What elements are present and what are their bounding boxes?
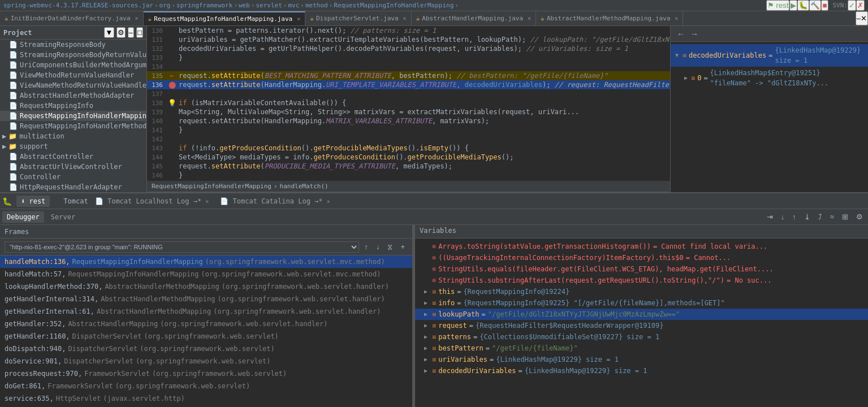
- var-item-urivariables[interactable]: ▶ ≡ uriVariables = {LinkedHashMap@19229}…: [415, 354, 868, 365]
- rest-btn[interactable]: ⚑ rest: [766, 0, 790, 11]
- sidebar-item-view[interactable]: 📄 ViewMethodReturnValueHandler: [0, 70, 146, 80]
- var-icon: ≡: [432, 298, 436, 308]
- thread-up-btn[interactable]: ↑: [361, 241, 371, 252]
- run-to-cursor-btn[interactable]: ⤓: [801, 211, 813, 222]
- frame-item-10[interactable]: doGet:861, FrameworkServlet (org.springf…: [0, 380, 412, 392]
- frame-item-7[interactable]: doDispatch:940, DispatcherServlet (org.s…: [0, 343, 412, 355]
- var-item-lookuppath[interactable]: ▶ ≡ lookupPath = "/getFile/dGltZ18xNTYyJ…: [415, 309, 868, 320]
- sidebar-item-label: ViewMethodReturnValueHandler: [20, 71, 134, 79]
- var-item-patterns[interactable]: ▶ ≡ patterns = {Collections$Unmodifiable…: [415, 331, 868, 343]
- tab-close-icon[interactable]: ×: [675, 15, 678, 21]
- sidebar-expand-btn[interactable]: ▼: [104, 27, 114, 38]
- sidebar-group-support[interactable]: ▶ 📁 support: [0, 141, 146, 151]
- stop-btn[interactable]: ■: [821, 0, 828, 11]
- frame-item-11[interactable]: service:635, HttpServlet (javax.servlet.…: [0, 392, 412, 405]
- sidebar-item-viewname[interactable]: 📄 ViewNameMethodReturnValueHandler: [0, 80, 146, 90]
- group-label: multiaction: [19, 132, 64, 140]
- sidebar-item-requestinfo[interactable]: 📄 RequestMappingInfo: [0, 101, 146, 111]
- var-item-error4[interactable]: ⊗ StringUtils.substringAfterLast(request…: [415, 275, 868, 286]
- thread-down-btn[interactable]: ↓: [373, 241, 383, 252]
- svn-x-btn[interactable]: ✗: [856, 0, 865, 11]
- settings-debug-btn[interactable]: ⚙: [853, 211, 866, 222]
- build-btn[interactable]: 🔨: [809, 0, 821, 11]
- tree-item-entry[interactable]: ▶ ≡ 0 = {LinkedHashMap$Entry@19251} "fil…: [671, 67, 868, 89]
- thread-add-btn[interactable]: +: [398, 241, 408, 252]
- sidebar-item-label: StreamingResponseBody: [20, 41, 106, 49]
- frame-item-0[interactable]: handleMatch:136, RequestMappingInfoHandl…: [0, 256, 412, 268]
- frame-item-2[interactable]: lookupHandlerMethod:370, AbstractHandler…: [0, 280, 412, 293]
- svn-check-btn[interactable]: ✓: [848, 0, 856, 11]
- frame-item-4[interactable]: getHandlerInternal:61, AbstractHandlerMe…: [0, 305, 412, 318]
- var-item-error1[interactable]: ⊗ Arrays.toString(statValue.getTransacti…: [415, 241, 868, 252]
- tab-initbinder[interactable]: ☕ InitBinderDataBinderFactory.java ×: [0, 11, 144, 25]
- code-line-139: 139 Map<String, MultiValueMap<String, St…: [147, 107, 670, 116]
- var-item-decoded[interactable]: ▶ ≡ decodedUriVariables = {LinkedHashMap…: [415, 365, 868, 376]
- sidebar-item-requestmapping-nam[interactable]: 📄 RequestMappingInfoHandlerMethodMapping…: [0, 121, 146, 131]
- var-item-error2[interactable]: ⊗ ((UsageTrackingInternalConnectionFacto…: [415, 252, 868, 263]
- tab-requestmapping[interactable]: ☕ RequestMappingInfoHandlerMapping.java …: [144, 11, 306, 25]
- thread-dropdown[interactable]: "http-nio-81-exec-2"@2,623 in group "mai…: [5, 241, 359, 253]
- run-btn[interactable]: ▶: [789, 0, 797, 11]
- frames-btn[interactable]: ⊞: [839, 211, 851, 222]
- frame-item-9[interactable]: processRequest:970, FrameworkServlet (or…: [0, 367, 412, 380]
- sidebar-item-abstracturl[interactable]: 📄 AbstractUrlViewController: [0, 162, 146, 172]
- tree-item-decoded[interactable]: ▼ ≡ decodedUriVariables = {LinkedHashMap…: [671, 44, 868, 67]
- trace-btn[interactable]: ≈: [827, 211, 837, 222]
- sub-tab-debugger[interactable]: Debugger: [2, 211, 44, 223]
- sidebar-item-abstractcontroller[interactable]: 📄 AbstractController: [0, 151, 146, 162]
- frames-label: Frames: [5, 228, 29, 236]
- code-editor[interactable]: 130 bestPattern = patterns.iterator().ne…: [147, 26, 670, 181]
- frame-item-1[interactable]: handleMatch:57, RequestMappingInfoHandle…: [0, 268, 412, 280]
- sidebar-group-multiaction[interactable]: ▶ 📁 multiaction: [0, 131, 146, 141]
- tab-icon: ☕: [310, 15, 314, 22]
- tab-close-icon[interactable]: ×: [205, 198, 209, 205]
- nav-forward-btn[interactable]: →: [689, 29, 700, 39]
- tab-close-icon[interactable]: ×: [135, 15, 139, 21]
- class-icon: 📄: [9, 41, 18, 49]
- frame-item-12[interactable]: service:846, FrameworkServlet (org.sprin…: [0, 405, 412, 407]
- var-item-request[interactable]: ▶ ≡ request = {RequestHeadFilter$Request…: [415, 320, 868, 331]
- tab-abstracthandlermethod[interactable]: ☕ AbstractHandlerMethodMapping.java ×: [536, 11, 683, 25]
- var-item-info[interactable]: ▶ ≡ info = {RequestMappingInfo@19225} "[…: [415, 297, 868, 309]
- step-over-btn[interactable]: ⇥: [764, 211, 776, 222]
- sidebar-item-streaming2[interactable]: 📄 StreamingResponseBodyReturnValueHandle…: [0, 50, 146, 60]
- step-into-btn[interactable]: ↓: [778, 211, 788, 222]
- sidebar-item-streaming[interactable]: 📄 StreamingResponseBody: [0, 40, 146, 50]
- frame-item-6[interactable]: getHandler:1160, DispatcherServlet (org.…: [0, 330, 412, 343]
- frame-item-5[interactable]: getHandler:352, AbstractHandlerMapping (…: [0, 318, 412, 330]
- frame-item-8[interactable]: doService:901, DispatcherServlet (org.sp…: [0, 355, 412, 367]
- sidebar-item-requestmapping-selected[interactable]: 📄 RequestMappingInfoHandlerMapping: [0, 111, 146, 121]
- evaluate-btn[interactable]: ⤴: [815, 211, 825, 222]
- tab-close-icon[interactable]: ×: [297, 16, 300, 22]
- nav-back-btn[interactable]: ←: [675, 29, 686, 39]
- tab-close-icon[interactable]: ×: [327, 198, 330, 205]
- debug-btn[interactable]: 🐛: [797, 0, 809, 11]
- thread-filter-btn[interactable]: ⧖: [385, 241, 395, 253]
- tab-dispatcher[interactable]: ☕ DispatcherServlet.java ×: [305, 11, 411, 25]
- folder-icon: 📁: [8, 132, 17, 140]
- debug-tab-localhost[interactable]: 📄 Tomcat Localhost Log →* ×: [90, 196, 214, 207]
- main-layout: spring-webmvc-4.3.17.RELEASE-sources.jar…: [0, 0, 868, 407]
- debug-tab-catalina[interactable]: 📄 Tomcat Catalina Log →* ×: [215, 196, 334, 207]
- tab-close-icon[interactable]: ×: [403, 15, 407, 21]
- var-item-this[interactable]: ▶ ≡ this = {RequestMappingInfo@19224}: [415, 286, 868, 297]
- var-item-error3[interactable]: ⊗ StringUtils.equals(fileHeader.get(File…: [415, 263, 868, 275]
- sub-tab-server[interactable]: Server: [46, 211, 80, 223]
- close-editor-btn[interactable]: –✕: [856, 11, 868, 25]
- var-item-bestpattern[interactable]: ▶ ≡ bestPattern = "/getFile/{fileName}": [415, 343, 868, 354]
- breadcrumb-item: mvc: [288, 2, 299, 9]
- step-out-btn[interactable]: ↑: [789, 211, 799, 222]
- sidebar-minimize-btn[interactable]: –: [128, 27, 134, 38]
- debug-icon: 🐛: [2, 197, 12, 206]
- tab-close-icon[interactable]: ×: [528, 15, 531, 21]
- class-icon: 📄: [9, 102, 18, 110]
- debug-tab-rest[interactable]: ⬇ rest: [16, 196, 50, 207]
- tab-abstracthandler[interactable]: ☕ AbstractHandlerMapping.java ×: [412, 11, 536, 25]
- frame-item-3[interactable]: getHandlerInternal:314, AbstractHandlerM…: [0, 293, 412, 305]
- sidebar-item-controller[interactable]: 📄 Controller: [0, 172, 146, 182]
- sidebar-item-abstract-adapter[interactable]: 📄 AbstractHandlerMethodAdapter: [0, 90, 146, 101]
- sidebar-item-uri[interactable]: 📄 UriComponentsBuilderMethodArgumentReso…: [0, 60, 146, 70]
- sidebar-settings-btn[interactable]: ⚙: [116, 27, 126, 38]
- sidebar-maximize-btn[interactable]: □: [136, 27, 143, 38]
- sidebar-item-http[interactable]: 📄 HttpRequestHandlerAdapter: [0, 182, 146, 192]
